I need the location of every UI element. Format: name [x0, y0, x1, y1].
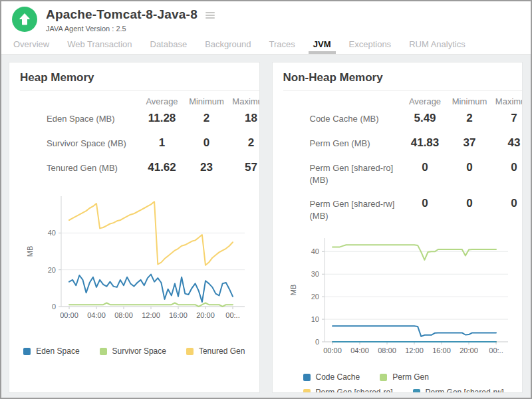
hamburger-menu-icon[interactable] — [205, 9, 215, 20]
col-header-minimum: Minimum — [184, 96, 229, 106]
row-label: Tenured Gen (MB) — [20, 162, 140, 174]
x-tick-label: 00:.. — [489, 346, 503, 354]
cell-minimum: 23 — [184, 161, 229, 174]
legend-row: Perm Gen [shared-ro]Perm Gen [shared-rw] — [303, 388, 504, 393]
dashboard-content: Heap Memory Average Minimum Maximum Eden… — [1, 55, 531, 399]
legend-label: Survivor Space — [112, 346, 166, 356]
up-arrow-icon — [12, 7, 37, 32]
legend-item-code-cache[interactable]: Code Cache — [303, 372, 360, 382]
x-tick-label: 00:00 — [323, 346, 342, 354]
legend-label: Eden Space — [36, 346, 79, 356]
row-label: Perm Gen [shared-rw] (MB) — [283, 198, 403, 221]
divider — [20, 90, 259, 91]
x-tick-label: 20:00 — [460, 346, 478, 354]
x-tick-label: 16:00 — [432, 346, 451, 354]
table-row: Perm Gen [shared-rw] (MB) 0 0 0 — [283, 192, 523, 227]
tab-traces[interactable]: Traces — [269, 34, 295, 54]
row-label: Perm Gen [shared-ro] (MB) — [283, 162, 403, 186]
panel-title-non-heap: Non-Heap Memory — [273, 63, 523, 90]
tab-database[interactable]: Database — [150, 34, 188, 54]
legend-item-eden-space[interactable]: Eden Space — [23, 346, 79, 356]
cell-average: 11.28 — [140, 112, 184, 125]
col-header-average: Average — [403, 96, 448, 106]
status-up-icon — [12, 7, 37, 32]
row-label: Survivor Space (MB) — [20, 138, 140, 150]
legend-label: Perm Gen [shared-ro] — [316, 388, 393, 393]
table-row: Perm Gen (MB) 41.83 37 43 — [283, 131, 523, 156]
legend-item-perm-gen-shared-rw[interactable]: Perm Gen [shared-rw] — [413, 388, 504, 393]
tab-rum-analytics[interactable]: RUM Analytics — [409, 34, 466, 54]
y-axis-title: MB — [26, 246, 34, 257]
col-header-average: Average — [140, 96, 184, 106]
x-tick-label: 04:00 — [350, 346, 369, 354]
non-heap-memory-panel: Non-Heap Memory Average Minimum Maximum … — [272, 62, 523, 393]
cell-average: 1 — [140, 136, 184, 150]
y-tick-label: 40 — [311, 248, 319, 256]
legend-item-tenured-gen[interactable]: Tenured Gen — [186, 346, 245, 356]
y-tick-label: 20 — [311, 293, 319, 301]
legend-row: Eden SpaceSurvivor SpaceTenured Gen — [23, 346, 245, 356]
series-code-cache — [332, 326, 496, 336]
table-row: Perm Gen [shared-ro] (MB) 0 0 0 — [283, 156, 523, 192]
legend-item-perm-gen-shared-ro[interactable]: Perm Gen [shared-ro] — [303, 388, 393, 393]
cell-maximum: 0 — [492, 197, 523, 210]
legend-swatch — [186, 348, 194, 355]
y-tick-label: 30 — [311, 270, 319, 278]
legend-item-survivor-space[interactable]: Survivor Space — [100, 346, 166, 356]
legend-swatch — [303, 389, 311, 393]
app-header: Apache-Tomcat-8-Java-8 JAVA Agent Versio… — [1, 1, 531, 33]
non-heap-chart-legend: Code CachePerm GenPerm Gen [shared-ro]Pe… — [273, 372, 523, 393]
app-window: Apache-Tomcat-8-Java-8 JAVA Agent Versio… — [0, 0, 532, 399]
tab-background[interactable]: Background — [205, 34, 251, 54]
legend-row: Code CachePerm Gen — [303, 372, 429, 382]
legend-item-perm-gen[interactable]: Perm Gen — [380, 372, 429, 382]
x-tick-label: 04:00 — [87, 311, 106, 319]
cell-maximum: 0 — [492, 161, 523, 174]
legend-swatch — [23, 348, 31, 355]
cell-average: 0 — [403, 197, 448, 210]
legend-swatch — [303, 374, 311, 381]
legend-swatch — [380, 374, 387, 381]
cell-minimum: 0 — [184, 136, 229, 150]
agent-version-label: JAVA Agent Version : 2.5 — [46, 25, 215, 33]
cell-maximum: 7 — [492, 112, 523, 125]
legend-label: Tenured Gen — [199, 346, 245, 356]
divider — [283, 90, 523, 91]
cell-minimum: 37 — [448, 136, 492, 150]
x-tick-label: 08:00 — [114, 311, 133, 319]
series-survivor-space — [69, 303, 233, 307]
legend-label: Code Cache — [316, 372, 360, 382]
cell-average: 0 — [403, 161, 448, 174]
tab-web-transaction[interactable]: Web Transaction — [67, 34, 132, 54]
legend-label: Perm Gen [shared-rw] — [426, 388, 504, 393]
legend-swatch — [100, 348, 107, 355]
cell-average: 41.83 — [403, 136, 448, 150]
y-tick-label: 20 — [48, 266, 56, 274]
x-tick-label: 00:.. — [225, 311, 239, 319]
legend-swatch — [413, 389, 420, 393]
legend-label: Perm Gen — [392, 372, 429, 382]
y-tick-label: 0 — [52, 303, 56, 311]
non-heap-memory-chart: 01020304000:0004:0008:0012:0016:0020:000… — [287, 231, 508, 362]
series-tenured-gen — [69, 201, 233, 265]
table-row: Code Cache (MB) 5.49 2 7 — [283, 106, 523, 131]
tab-overview[interactable]: Overview — [13, 34, 49, 54]
tab-exceptions[interactable]: Exceptions — [349, 34, 392, 54]
table-header-row: Average Minimum Maximum — [20, 96, 259, 106]
x-tick-label: 16:00 — [169, 311, 188, 319]
cell-average: 41.62 — [140, 161, 184, 174]
tab-jvm[interactable]: JVM — [313, 34, 331, 54]
y-tick-label: 0 — [315, 338, 319, 346]
tab-bar: Overview Web Transaction Database Backgr… — [1, 34, 531, 55]
cell-minimum: 2 — [184, 112, 229, 125]
cell-maximum: 18 — [229, 112, 260, 125]
non-heap-metric-table: Average Minimum Maximum Code Cache (MB) … — [273, 96, 523, 227]
col-header-maximum: Maximum — [492, 96, 523, 106]
x-tick-label: 12:00 — [405, 346, 424, 354]
table-row: Tenured Gen (MB) 41.62 23 57 — [20, 156, 259, 180]
cell-maximum: 2 — [229, 136, 260, 150]
x-tick-label: 12:00 — [142, 311, 160, 319]
y-tick-label: 40 — [48, 229, 56, 237]
heap-memory-panel: Heap Memory Average Minimum Maximum Eden… — [9, 62, 260, 393]
heap-metric-table: Average Minimum Maximum Eden Space (MB) … — [9, 96, 259, 180]
